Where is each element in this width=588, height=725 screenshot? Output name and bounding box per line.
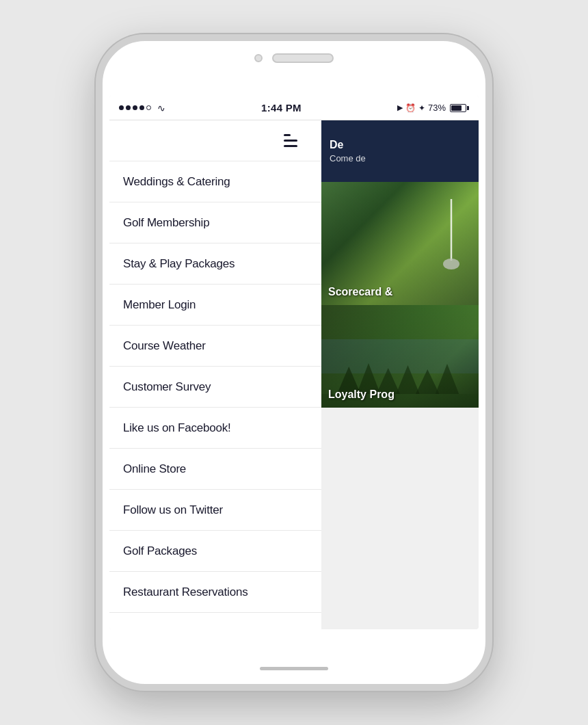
hamburger-line-3 [284, 145, 297, 147]
bluetooth-icon: ✦ [418, 103, 425, 113]
loyalty-image-section: Loyalty Prog [321, 305, 479, 408]
scorecard-label: Scorecard & [328, 286, 392, 298]
menu-item-online-store[interactable]: Online Store [109, 449, 321, 490]
golf-club-icon [438, 196, 465, 278]
right-top-blue-section: De Come de [321, 120, 479, 182]
phone-top-bar [254, 53, 334, 63]
menu-panel: Weddings & Catering Golf Membership Stay… [109, 120, 321, 629]
menu-item-golf-packages[interactable]: Golf Packages [109, 531, 321, 572]
status-right: ▶ ⏰ ✦ 73% [397, 103, 469, 113]
menu-item-restaurant[interactable]: Restaurant Reservations [109, 572, 321, 613]
speaker-grille [272, 53, 334, 63]
menu-item-stay-play[interactable]: Stay & Play Packages [109, 243, 321, 285]
signal-bars [119, 105, 151, 110]
svg-point-1 [443, 259, 459, 269]
hamburger-menu-button[interactable] [273, 120, 308, 161]
signal-dot-1 [119, 105, 124, 110]
signal-dot-2 [126, 105, 131, 110]
scorecard-image-section: Scorecard & [321, 182, 479, 305]
signal-dot-3 [133, 105, 137, 110]
alarm-icon: ⏰ [405, 103, 416, 113]
status-left: ∿ [119, 103, 165, 114]
wifi-icon: ∿ [157, 103, 165, 114]
location-icon: ▶ [397, 103, 403, 112]
battery-percent: 73% [428, 103, 446, 113]
front-camera [254, 54, 263, 62]
signal-dot-5 [146, 105, 151, 110]
menu-item-golf-membership[interactable]: Golf Membership [109, 202, 321, 243]
right-top-subtitle: Come de [330, 153, 470, 163]
menu-item-course-weather[interactable]: Course Weather [109, 326, 321, 367]
signal-dot-4 [139, 105, 144, 110]
hamburger-line-1 [284, 134, 291, 136]
menu-item-member-login[interactable]: Member Login [109, 285, 321, 326]
loyalty-label: Loyalty Prog [328, 388, 395, 401]
status-bar: ∿ 1:44 PM ▶ ⏰ ✦ 73% [109, 96, 479, 120]
screen-content: Weddings & Catering Golf Membership Stay… [109, 120, 479, 629]
menu-header [109, 120, 321, 161]
content-panel: De Come de Scorecard & [321, 120, 479, 629]
right-top-title: De [330, 139, 470, 151]
hamburger-icon [284, 134, 297, 147]
phone-body: ∿ 1:44 PM ▶ ⏰ ✦ 73% [96, 34, 492, 691]
phone-screen: ∿ 1:44 PM ▶ ⏰ ✦ 73% [109, 96, 479, 629]
phone-mockup: ∿ 1:44 PM ▶ ⏰ ✦ 73% [96, 34, 492, 691]
menu-item-facebook[interactable]: Like us on Facebook! [109, 408, 321, 449]
battery-icon [450, 104, 469, 112]
menu-item-weddings[interactable]: Weddings & Catering [109, 161, 321, 202]
status-time: 1:44 PM [261, 102, 302, 114]
home-bar[interactable] [260, 667, 328, 670]
hamburger-line-2 [284, 140, 297, 142]
menu-item-customer-survey[interactable]: Customer Survey [109, 367, 321, 408]
menu-item-twitter[interactable]: Follow us on Twitter [109, 490, 321, 531]
